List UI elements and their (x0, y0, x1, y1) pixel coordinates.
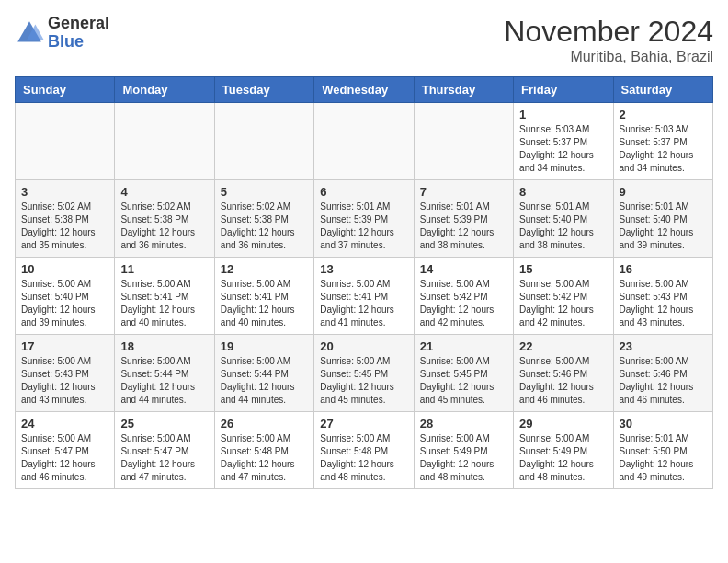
day-number: 12 (221, 262, 308, 276)
calendar-cell: 15Sunrise: 5:00 AM Sunset: 5:42 PM Dayli… (514, 258, 613, 335)
calendar-cell: 28Sunrise: 5:00 AM Sunset: 5:49 PM Dayli… (414, 412, 513, 489)
calendar-cell: 18Sunrise: 5:00 AM Sunset: 5:44 PM Dayli… (115, 335, 214, 412)
logo-icon (15, 18, 44, 48)
month-title: November 2024 (504, 15, 713, 49)
day-info: Sunrise: 5:00 AM Sunset: 5:41 PM Dayligh… (221, 278, 308, 329)
day-info: Sunrise: 5:03 AM Sunset: 5:37 PM Dayligh… (620, 123, 707, 175)
calendar-cell: 16Sunrise: 5:00 AM Sunset: 5:43 PM Dayli… (613, 258, 712, 335)
day-number: 14 (420, 262, 507, 276)
calendar-cell (314, 103, 414, 180)
day-number: 7 (420, 185, 507, 199)
day-number: 2 (620, 108, 707, 121)
calendar-cell: 13Sunrise: 5:00 AM Sunset: 5:41 PM Dayli… (314, 258, 414, 335)
day-info: Sunrise: 5:01 AM Sunset: 5:40 PM Dayligh… (620, 201, 707, 252)
page-header: General Blue November 2024 Muritiba, Bah… (15, 15, 713, 65)
calendar-cell: 17Sunrise: 5:00 AM Sunset: 5:43 PM Dayli… (16, 335, 115, 412)
day-number: 6 (320, 185, 407, 199)
day-number: 9 (620, 185, 707, 199)
calendar-table: SundayMondayTuesdayWednesdayThursdayFrid… (15, 76, 713, 489)
calendar-cell: 22Sunrise: 5:00 AM Sunset: 5:46 PM Dayli… (514, 335, 613, 412)
day-info: Sunrise: 5:00 AM Sunset: 5:43 PM Dayligh… (21, 355, 108, 407)
day-info: Sunrise: 5:00 AM Sunset: 5:42 PM Dayligh… (519, 278, 607, 329)
day-info: Sunrise: 5:00 AM Sunset: 5:44 PM Dayligh… (120, 355, 208, 407)
day-info: Sunrise: 5:02 AM Sunset: 5:38 PM Dayligh… (221, 201, 308, 252)
day-info: Sunrise: 5:00 AM Sunset: 5:44 PM Dayligh… (221, 355, 308, 407)
calendar-cell (115, 103, 214, 180)
calendar-cell: 5Sunrise: 5:02 AM Sunset: 5:38 PM Daylig… (214, 180, 313, 258)
day-number: 8 (519, 185, 607, 199)
calendar-cell: 20Sunrise: 5:00 AM Sunset: 5:45 PM Dayli… (314, 335, 414, 412)
calendar-cell (214, 103, 313, 180)
title-block: November 2024 Muritiba, Bahia, Brazil (504, 15, 713, 65)
day-number: 29 (519, 417, 607, 431)
day-number: 25 (120, 417, 208, 431)
weekday-header-tuesday: Tuesday (214, 77, 313, 103)
day-number: 20 (320, 339, 407, 353)
calendar-cell: 23Sunrise: 5:00 AM Sunset: 5:46 PM Dayli… (613, 335, 712, 412)
day-info: Sunrise: 5:01 AM Sunset: 5:40 PM Dayligh… (519, 201, 607, 252)
calendar-cell: 4Sunrise: 5:02 AM Sunset: 5:38 PM Daylig… (115, 180, 214, 258)
week-row-2: 3Sunrise: 5:02 AM Sunset: 5:38 PM Daylig… (16, 180, 713, 258)
weekday-header-wednesday: Wednesday (314, 77, 414, 103)
day-info: Sunrise: 5:00 AM Sunset: 5:49 PM Dayligh… (420, 432, 507, 484)
weekday-header-row: SundayMondayTuesdayWednesdayThursdayFrid… (16, 77, 713, 103)
calendar-cell: 30Sunrise: 5:01 AM Sunset: 5:50 PM Dayli… (613, 412, 712, 489)
day-number: 10 (21, 262, 108, 276)
weekday-header-monday: Monday (115, 77, 214, 103)
day-info: Sunrise: 5:00 AM Sunset: 5:49 PM Dayligh… (519, 432, 607, 484)
day-info: Sunrise: 5:00 AM Sunset: 5:42 PM Dayligh… (420, 278, 507, 329)
day-number: 18 (120, 339, 208, 353)
day-info: Sunrise: 5:00 AM Sunset: 5:47 PM Dayligh… (120, 432, 208, 484)
calendar-cell: 8Sunrise: 5:01 AM Sunset: 5:40 PM Daylig… (514, 180, 613, 258)
location-label: Muritiba, Bahia, Brazil (504, 49, 713, 65)
calendar-cell: 11Sunrise: 5:00 AM Sunset: 5:41 PM Dayli… (115, 258, 214, 335)
day-number: 16 (620, 262, 707, 276)
calendar-cell: 21Sunrise: 5:00 AM Sunset: 5:45 PM Dayli… (414, 335, 513, 412)
calendar-cell: 19Sunrise: 5:00 AM Sunset: 5:44 PM Dayli… (214, 335, 313, 412)
calendar-cell: 26Sunrise: 5:00 AM Sunset: 5:48 PM Dayli… (214, 412, 313, 489)
day-info: Sunrise: 5:00 AM Sunset: 5:45 PM Dayligh… (320, 355, 407, 407)
day-info: Sunrise: 5:03 AM Sunset: 5:37 PM Dayligh… (519, 123, 607, 175)
day-info: Sunrise: 5:01 AM Sunset: 5:39 PM Dayligh… (420, 201, 507, 252)
day-number: 19 (221, 339, 308, 353)
day-number: 24 (21, 417, 108, 431)
day-info: Sunrise: 5:00 AM Sunset: 5:41 PM Dayligh… (120, 278, 208, 329)
weekday-header-sunday: Sunday (16, 77, 115, 103)
calendar-cell (16, 103, 115, 180)
calendar-cell: 24Sunrise: 5:00 AM Sunset: 5:47 PM Dayli… (16, 412, 115, 489)
calendar-cell: 10Sunrise: 5:00 AM Sunset: 5:40 PM Dayli… (16, 258, 115, 335)
day-number: 28 (420, 417, 507, 431)
day-number: 30 (620, 417, 707, 431)
day-info: Sunrise: 5:00 AM Sunset: 5:46 PM Dayligh… (620, 355, 707, 407)
day-number: 5 (221, 185, 308, 199)
logo: General Blue (15, 15, 109, 52)
day-number: 3 (21, 185, 108, 199)
logo-text: General Blue (48, 15, 109, 52)
week-row-5: 24Sunrise: 5:00 AM Sunset: 5:47 PM Dayli… (16, 412, 713, 489)
day-number: 17 (21, 339, 108, 353)
day-info: Sunrise: 5:02 AM Sunset: 5:38 PM Dayligh… (120, 201, 208, 252)
week-row-4: 17Sunrise: 5:00 AM Sunset: 5:43 PM Dayli… (16, 335, 713, 412)
day-info: Sunrise: 5:00 AM Sunset: 5:48 PM Dayligh… (221, 432, 308, 484)
day-number: 23 (620, 339, 707, 353)
day-number: 26 (221, 417, 308, 431)
day-number: 1 (519, 108, 607, 121)
calendar-cell: 3Sunrise: 5:02 AM Sunset: 5:38 PM Daylig… (16, 180, 115, 258)
calendar-cell: 6Sunrise: 5:01 AM Sunset: 5:39 PM Daylig… (314, 180, 414, 258)
day-info: Sunrise: 5:00 AM Sunset: 5:47 PM Dayligh… (21, 432, 108, 484)
day-info: Sunrise: 5:00 AM Sunset: 5:48 PM Dayligh… (320, 432, 407, 484)
logo-general-label: General (48, 15, 109, 33)
day-number: 27 (320, 417, 407, 431)
week-row-3: 10Sunrise: 5:00 AM Sunset: 5:40 PM Dayli… (16, 258, 713, 335)
calendar-cell: 25Sunrise: 5:00 AM Sunset: 5:47 PM Dayli… (115, 412, 214, 489)
logo-blue-label: Blue (48, 33, 109, 52)
calendar-cell: 7Sunrise: 5:01 AM Sunset: 5:39 PM Daylig… (414, 180, 513, 258)
calendar-cell: 27Sunrise: 5:00 AM Sunset: 5:48 PM Dayli… (314, 412, 414, 489)
weekday-header-saturday: Saturday (613, 77, 712, 103)
day-info: Sunrise: 5:00 AM Sunset: 5:40 PM Dayligh… (21, 278, 108, 329)
day-info: Sunrise: 5:01 AM Sunset: 5:39 PM Dayligh… (320, 201, 407, 252)
weekday-header-thursday: Thursday (414, 77, 513, 103)
day-info: Sunrise: 5:02 AM Sunset: 5:38 PM Dayligh… (21, 201, 108, 252)
day-info: Sunrise: 5:00 AM Sunset: 5:46 PM Dayligh… (519, 355, 607, 407)
day-number: 21 (420, 339, 507, 353)
